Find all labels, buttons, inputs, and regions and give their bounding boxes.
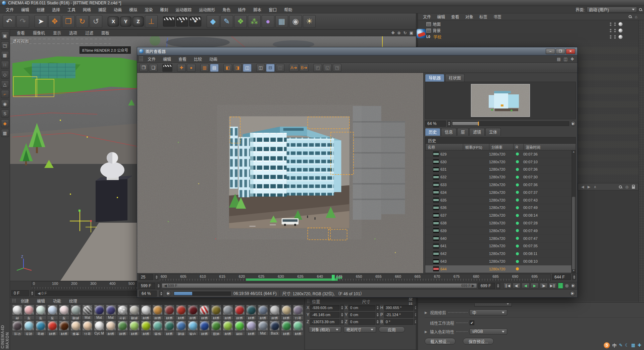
material-swatch[interactable]: 材质	[187, 305, 199, 320]
tray-icon[interactable]: ▦	[631, 343, 635, 348]
window-control-button[interactable]: –	[546, 49, 555, 54]
material-swatch[interactable]: 灰边	[11, 320, 23, 336]
tray-icon[interactable]: S	[604, 342, 610, 348]
column-header[interactable]: 帧率(FPS)	[463, 144, 489, 150]
object-manager-menu-item[interactable]: 对象	[462, 14, 476, 19]
pv-toolbar-button[interactable]: ▤	[210, 64, 219, 72]
transport-button[interactable]: ◀	[522, 283, 530, 289]
view-trim-dropdown[interactable]: 中	[470, 309, 507, 315]
material-swatch[interactable]: 云彩	[117, 305, 128, 320]
material-swatch[interactable]: Mat	[257, 320, 269, 336]
end-frame-field[interactable]: 644 F	[552, 274, 571, 280]
material-swatch[interactable]: 材质	[234, 305, 246, 320]
object-manager-menu-item[interactable]: 书签	[490, 14, 504, 19]
toolbar-button[interactable]: ↻	[76, 15, 89, 28]
transport-button[interactable]: )▶	[540, 283, 548, 289]
object-name[interactable]: 学校	[433, 34, 441, 40]
coordinate-stepper[interactable]	[340, 319, 344, 325]
dock-icon[interactable]: ⌐	[1, 90, 9, 98]
window-control-button[interactable]: ✕	[566, 49, 575, 54]
material-menu-item[interactable]: 功能	[49, 298, 65, 304]
material-swatch[interactable]: 材质	[210, 305, 222, 320]
material-swatch[interactable]: Cyc M	[93, 320, 105, 336]
coordinate-input[interactable]: 0 cm	[348, 312, 375, 318]
panel-grip[interactable]	[307, 299, 310, 303]
linear-workflow-checkbox[interactable]: ✔	[470, 320, 474, 325]
tray-icon[interactable]: 中	[612, 342, 616, 348]
material-swatch[interactable]: 材质	[152, 305, 164, 320]
material-swatch[interactable]: Mat	[105, 305, 117, 320]
navigator-preview[interactable]	[425, 82, 576, 119]
playhead[interactable]: 644	[332, 275, 342, 280]
toolbar-button[interactable]: ◆	[207, 15, 219, 28]
toolbar-button[interactable]: ⁂	[248, 15, 261, 28]
history-row[interactable]: 630 1280x720 00:07:10	[425, 158, 571, 166]
picture-viewer-titlebar[interactable]: 图片查看器 –❐✕	[137, 47, 577, 55]
pv-toolbar-button[interactable]: ❐	[139, 64, 148, 72]
toolbar-button[interactable]: ☀	[303, 15, 316, 28]
pv-toolbar-button[interactable]: ●	[187, 64, 196, 72]
column-header[interactable]: 分辨率	[489, 144, 513, 150]
nav-slider-button[interactable]: ▶	[571, 121, 576, 126]
viewport-menu-item[interactable]: 查看	[13, 30, 29, 36]
pv-toolbar-button[interactable]: ◫	[256, 64, 265, 72]
coordinate-stepper[interactable]	[376, 319, 379, 325]
toolbar-button[interactable]: ↷	[16, 15, 29, 28]
toolbar-button[interactable]: Z	[132, 16, 144, 27]
menu-item[interactable]: 文件	[2, 7, 17, 12]
material-swatch[interactable]: 车	[58, 305, 70, 320]
tray-icon[interactable]: ✚	[638, 343, 641, 348]
object-manager-menu-item[interactable]: 查看	[448, 14, 462, 19]
history-row[interactable]: 641 1280x720 00:07:35	[425, 243, 571, 250]
window-control-button[interactable]: ❐	[556, 49, 565, 54]
history-row[interactable]: 631 1280x720 00:07:36	[425, 166, 571, 174]
pv-toolbar-button[interactable]	[197, 64, 199, 72]
material-swatch[interactable]: 树叶	[234, 320, 246, 336]
history-row[interactable]: 636 1280x720 00:07:49	[425, 204, 571, 212]
menu-item[interactable]: 运动图形	[195, 7, 219, 12]
material-swatch[interactable]: 材质	[257, 305, 269, 320]
object-name[interactable]: 背景	[433, 28, 441, 33]
pv-layout-icon[interactable]: ✥	[571, 57, 574, 61]
transport-button[interactable]: ▶	[531, 283, 539, 289]
render-dots-icon[interactable]	[614, 35, 616, 39]
material-swatch[interactable]: 材质	[117, 320, 128, 336]
pv-layout-icon[interactable]: ◫	[564, 57, 568, 61]
material-swatch[interactable]: 树	[11, 305, 23, 320]
render-dots-icon[interactable]	[614, 29, 616, 33]
pv-toolbar-button[interactable]	[310, 64, 312, 72]
toolbar-button[interactable]: ▦	[275, 15, 288, 28]
coordinate-input[interactable]: -45.145 cm	[310, 312, 339, 318]
menu-item[interactable]: 捕捉	[95, 7, 110, 12]
dock-icon[interactable]: ◇	[1, 71, 9, 79]
pv-toolbar-button[interactable]	[159, 64, 161, 72]
material-swatch[interactable]: 11号	[82, 320, 93, 336]
toolbar-button[interactable]: Y	[120, 16, 131, 27]
material-swatch[interactable]: 聊城	[128, 305, 140, 320]
pv-menu-item[interactable]: 查看	[175, 56, 190, 62]
material-swatch[interactable]: 材质	[199, 305, 210, 320]
history-row[interactable]: 632 1280x720 00:07:30	[425, 173, 571, 181]
material-swatch[interactable]: 材质	[222, 305, 234, 320]
film-cache-icon[interactable]	[558, 283, 563, 289]
pv-menu-item[interactable]: 文件	[144, 56, 159, 62]
toolbar-button[interactable]: ❖	[234, 15, 247, 28]
menu-item[interactable]: 工具	[64, 7, 79, 12]
toolbar-button[interactable]	[30, 15, 34, 28]
coordinate-stepper[interactable]	[340, 305, 344, 311]
fps-field[interactable]: 25	[139, 274, 153, 280]
render-dots-icon[interactable]	[614, 22, 616, 26]
pv-toolbar-button[interactable]	[253, 64, 255, 72]
range-end-field[interactable]: 699 F	[478, 283, 495, 289]
object-row[interactable]: 背景	[418, 27, 644, 34]
pv-toolbar-button[interactable]: ◫	[243, 64, 252, 72]
dock-icon[interactable]: ◉	[1, 100, 9, 108]
preset-button[interactable]: 载入预设...	[425, 338, 455, 345]
attribute-nav-icon[interactable]: ◀	[581, 185, 584, 189]
coordinate-input[interactable]: 0 cm	[348, 305, 375, 311]
toolbar-button[interactable]: ●	[262, 15, 274, 28]
material-swatch[interactable]: 材质	[280, 320, 292, 336]
coord-mode-dropdown[interactable]: 对象 (相对)	[309, 326, 341, 333]
material-swatch[interactable]: 材质	[175, 305, 187, 320]
toolbar-button[interactable]: ▸	[176, 16, 188, 27]
